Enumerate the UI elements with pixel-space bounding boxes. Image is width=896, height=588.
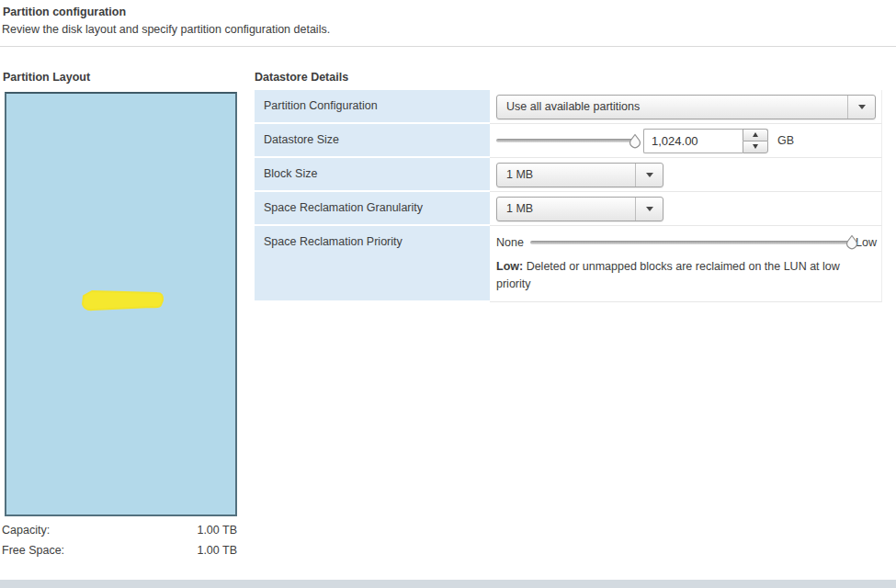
priority-description: Low: Deleted or unmapped blocks are recl… [496, 258, 866, 293]
table-row: Datastore Size [255, 124, 882, 158]
datastore-size-input[interactable] [643, 129, 743, 153]
capacity-row: Capacity: 1.00 TB [2, 520, 237, 540]
datastore-details-table: Partition Configuration Use all availabl… [255, 90, 882, 302]
capacity-value: 1.00 TB [197, 520, 237, 540]
partition-highlight-mark [76, 288, 168, 316]
space-reclamation-granularity-field: 1 MB [490, 192, 882, 226]
datastore-size-label: Datastore Size [255, 124, 490, 158]
page-subtitle: Review the disk layout and specify parti… [2, 23, 330, 36]
disk-layout-box [5, 92, 237, 516]
space-reclamation-priority-field: None Low Low: Deleted or unmapped blocks… [490, 226, 882, 302]
block-size-label: Block Size [255, 158, 490, 192]
dropdown-selected-value: 1 MB [497, 168, 635, 181]
arrow-up-icon [753, 132, 758, 137]
header-divider [0, 46, 896, 47]
datastore-size-spinner-group [643, 129, 768, 153]
slider-thumb-icon[interactable] [845, 234, 859, 253]
capacity-label: Capacity: [2, 520, 50, 540]
space-reclamation-priority-label: Space Reclamation Priority [255, 226, 490, 302]
spinner-down-button[interactable] [743, 141, 768, 153]
partition-layout-heading: Partition Layout [3, 71, 90, 84]
space-reclamation-granularity-dropdown[interactable]: 1 MB [496, 197, 663, 221]
page-title: Partition configuration [3, 6, 126, 18]
table-row: Block Size 1 MB [255, 158, 882, 192]
chevron-down-icon [858, 105, 866, 109]
spinner-buttons [743, 129, 768, 153]
table-row: Partition Configuration Use all availabl… [255, 90, 882, 124]
bottom-status-bar [0, 580, 896, 588]
priority-min-label: None [496, 236, 524, 249]
dropdown-arrow-button[interactable] [635, 164, 663, 187]
block-size-dropdown[interactable]: 1 MB [496, 163, 663, 187]
partition-configuration-dropdown[interactable]: Use all available partitions [496, 95, 876, 119]
datastore-size-unit: GB [777, 134, 794, 147]
spinner-up-button[interactable] [743, 129, 768, 141]
datastore-size-slider[interactable] [496, 133, 634, 149]
slider-track[interactable] [496, 139, 634, 142]
space-reclamation-granularity-label: Space Reclamation Granularity [255, 192, 490, 226]
dropdown-arrow-button[interactable] [847, 96, 875, 119]
highlight-stroke-icon [76, 288, 168, 312]
datastore-details-heading: Datastore Details [255, 71, 348, 84]
slider-track[interactable] [530, 241, 852, 244]
dropdown-arrow-button[interactable] [635, 198, 663, 220]
chevron-down-icon [646, 173, 653, 177]
disk-stats: Capacity: 1.00 TB Free Space: 1.00 TB [2, 520, 237, 560]
slider-thumb-icon[interactable] [628, 133, 642, 152]
partition-configuration-label: Partition Configuration [255, 90, 490, 124]
dropdown-selected-value: 1 MB [497, 202, 635, 215]
datastore-size-field: GB [490, 124, 882, 158]
block-size-field: 1 MB [490, 158, 882, 192]
partition-configuration-field: Use all available partitions [490, 90, 882, 124]
dropdown-selected-value: Use all available partitions [497, 100, 847, 113]
free-space-value: 1.00 TB [197, 540, 237, 560]
priority-description-term: Low: [496, 260, 523, 273]
arrow-down-icon [753, 144, 758, 149]
table-row: Space Reclamation Granularity 1 MB [255, 192, 882, 226]
free-space-label: Free Space: [2, 540, 64, 560]
table-row: Space Reclamation Priority None Low [255, 226, 882, 302]
priority-slider-line: None Low [496, 234, 877, 250]
partition-configuration-page: Partition configuration Review the disk … [0, 0, 896, 588]
priority-description-text: Deleted or unmapped blocks are reclaimed… [496, 260, 840, 290]
free-space-row: Free Space: 1.00 TB [2, 540, 237, 560]
priority-slider[interactable] [530, 234, 852, 250]
chevron-down-icon [646, 207, 653, 211]
